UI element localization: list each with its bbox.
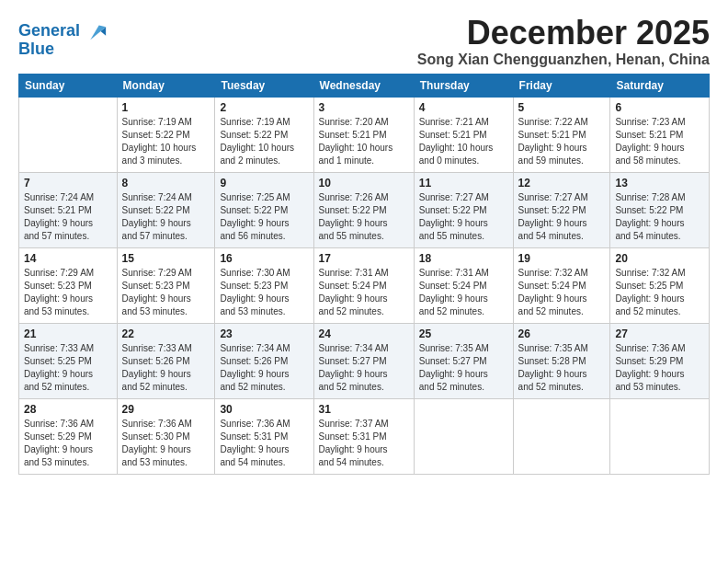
calendar-cell: 8Sunrise: 7:24 AMSunset: 5:22 PMDaylight… [117,172,215,247]
day-number: 1 [122,101,210,114]
calendar-cell: 19Sunrise: 7:32 AMSunset: 5:24 PMDayligh… [513,247,610,323]
day-number: 31 [319,403,409,416]
calendar-cell: 13Sunrise: 7:28 AMSunset: 5:22 PMDayligh… [610,172,710,247]
logo-icon [82,18,108,44]
calendar-cell [610,398,710,474]
day-info: Sunrise: 7:36 AMSunset: 5:29 PMDaylight:… [24,418,112,469]
calendar-cell: 2Sunrise: 7:19 AMSunset: 5:22 PMDaylight… [215,97,313,172]
day-number: 2 [220,101,308,114]
day-info: Sunrise: 7:27 AMSunset: 5:22 PMDaylight:… [419,191,508,243]
day-number: 23 [220,327,308,340]
calendar-cell [414,398,513,474]
day-number: 13 [615,177,704,190]
calendar-cell: 25Sunrise: 7:35 AMSunset: 5:27 PMDayligh… [414,323,513,398]
calendar-cell: 10Sunrise: 7:26 AMSunset: 5:22 PMDayligh… [313,172,414,247]
day-info: Sunrise: 7:19 AMSunset: 5:22 PMDaylight:… [220,116,308,167]
logo-text: General [18,22,80,40]
day-number: 16 [220,252,308,265]
day-number: 27 [615,327,704,340]
calendar-cell: 29Sunrise: 7:36 AMSunset: 5:30 PMDayligh… [117,398,215,474]
weekday-header-thursday: Thursday [414,74,513,97]
day-info: Sunrise: 7:28 AMSunset: 5:22 PMDaylight:… [615,191,704,243]
day-info: Sunrise: 7:35 AMSunset: 5:28 PMDaylight:… [518,342,606,394]
weekday-header-tuesday: Tuesday [215,74,313,97]
day-info: Sunrise: 7:19 AMSunset: 5:22 PMDaylight:… [122,116,210,167]
weekday-header-monday: Monday [117,74,215,97]
day-number: 30 [220,403,308,416]
day-info: Sunrise: 7:30 AMSunset: 5:23 PMDaylight:… [220,267,308,318]
day-info: Sunrise: 7:24 AMSunset: 5:21 PMDaylight:… [24,191,112,243]
day-info: Sunrise: 7:23 AMSunset: 5:21 PMDaylight:… [615,116,704,167]
day-info: Sunrise: 7:21 AMSunset: 5:21 PMDaylight:… [419,116,508,167]
day-number: 6 [615,101,704,114]
day-number: 18 [419,252,508,265]
weekday-header-saturday: Saturday [610,74,710,97]
calendar-cell: 31Sunrise: 7:37 AMSunset: 5:31 PMDayligh… [313,398,414,474]
day-info: Sunrise: 7:32 AMSunset: 5:24 PMDaylight:… [518,267,606,318]
day-number: 12 [518,177,606,190]
calendar-cell: 23Sunrise: 7:34 AMSunset: 5:26 PMDayligh… [215,323,313,398]
calendar-cell: 1Sunrise: 7:19 AMSunset: 5:22 PMDaylight… [117,97,215,172]
day-info: Sunrise: 7:32 AMSunset: 5:25 PMDaylight:… [615,267,704,318]
day-number: 26 [518,327,606,340]
day-number: 11 [419,177,508,190]
week-row-4: 21Sunrise: 7:33 AMSunset: 5:25 PMDayligh… [19,323,710,398]
week-row-1: 1Sunrise: 7:19 AMSunset: 5:22 PMDaylight… [19,97,710,172]
day-number: 25 [419,327,508,340]
day-info: Sunrise: 7:33 AMSunset: 5:25 PMDaylight:… [24,342,112,394]
calendar-cell: 20Sunrise: 7:32 AMSunset: 5:25 PMDayligh… [610,247,710,323]
day-number: 24 [319,327,409,340]
weekday-header-wednesday: Wednesday [313,74,414,97]
day-info: Sunrise: 7:22 AMSunset: 5:21 PMDaylight:… [518,116,606,167]
calendar-cell: 21Sunrise: 7:33 AMSunset: 5:25 PMDayligh… [19,323,118,398]
day-info: Sunrise: 7:31 AMSunset: 5:24 PMDaylight:… [419,267,508,318]
day-info: Sunrise: 7:33 AMSunset: 5:26 PMDaylight:… [122,342,210,394]
page-container: General Blue December 2025 Song Xian Che… [0,0,728,484]
day-number: 17 [319,252,409,265]
day-info: Sunrise: 7:29 AMSunset: 5:23 PMDaylight:… [122,267,210,318]
day-info: Sunrise: 7:36 AMSunset: 5:30 PMDaylight:… [122,418,210,469]
day-info: Sunrise: 7:37 AMSunset: 5:31 PMDaylight:… [319,418,409,469]
calendar-cell: 12Sunrise: 7:27 AMSunset: 5:22 PMDayligh… [513,172,610,247]
calendar-cell: 3Sunrise: 7:20 AMSunset: 5:21 PMDaylight… [313,97,414,172]
week-row-2: 7Sunrise: 7:24 AMSunset: 5:21 PMDaylight… [19,172,710,247]
calendar-cell: 9Sunrise: 7:25 AMSunset: 5:22 PMDaylight… [215,172,313,247]
calendar-cell: 11Sunrise: 7:27 AMSunset: 5:22 PMDayligh… [414,172,513,247]
day-number: 21 [24,327,112,340]
day-info: Sunrise: 7:36 AMSunset: 5:29 PMDaylight:… [615,342,704,394]
day-number: 29 [122,403,210,416]
day-number: 10 [319,177,409,190]
calendar-cell: 4Sunrise: 7:21 AMSunset: 5:21 PMDaylight… [414,97,513,172]
day-info: Sunrise: 7:35 AMSunset: 5:27 PMDaylight:… [419,342,508,394]
calendar-cell: 16Sunrise: 7:30 AMSunset: 5:23 PMDayligh… [215,247,313,323]
calendar-cell [513,398,610,474]
week-row-3: 14Sunrise: 7:29 AMSunset: 5:23 PMDayligh… [19,247,710,323]
calendar-cell: 15Sunrise: 7:29 AMSunset: 5:23 PMDayligh… [117,247,215,323]
day-number: 14 [24,252,112,265]
location-title: Song Xian Chengguanzhen, Henan, China [417,52,710,68]
calendar-cell: 6Sunrise: 7:23 AMSunset: 5:21 PMDaylight… [610,97,710,172]
calendar-cell: 7Sunrise: 7:24 AMSunset: 5:21 PMDaylight… [19,172,118,247]
calendar-table: SundayMondayTuesdayWednesdayThursdayFrid… [18,74,710,475]
calendar-cell: 22Sunrise: 7:33 AMSunset: 5:26 PMDayligh… [117,323,215,398]
day-number: 28 [24,403,112,416]
day-number: 4 [419,101,508,114]
day-number: 8 [122,177,210,190]
title-block: December 2025 Song Xian Chengguanzhen, H… [417,15,710,68]
day-number: 5 [518,101,606,114]
calendar-cell: 14Sunrise: 7:29 AMSunset: 5:23 PMDayligh… [19,247,118,323]
logo: General Blue [18,18,108,59]
day-info: Sunrise: 7:34 AMSunset: 5:27 PMDaylight:… [319,342,409,394]
weekday-header-row: SundayMondayTuesdayWednesdayThursdayFrid… [19,74,710,97]
day-number: 19 [518,252,606,265]
day-number: 15 [122,252,210,265]
day-info: Sunrise: 7:24 AMSunset: 5:22 PMDaylight:… [122,191,210,243]
day-info: Sunrise: 7:29 AMSunset: 5:23 PMDaylight:… [24,267,112,318]
day-number: 9 [220,177,308,190]
calendar-cell: 17Sunrise: 7:31 AMSunset: 5:24 PMDayligh… [313,247,414,323]
calendar-cell: 24Sunrise: 7:34 AMSunset: 5:27 PMDayligh… [313,323,414,398]
week-row-5: 28Sunrise: 7:36 AMSunset: 5:29 PMDayligh… [19,398,710,474]
calendar-cell: 28Sunrise: 7:36 AMSunset: 5:29 PMDayligh… [19,398,118,474]
day-info: Sunrise: 7:20 AMSunset: 5:21 PMDaylight:… [319,116,409,167]
day-info: Sunrise: 7:27 AMSunset: 5:22 PMDaylight:… [518,191,606,243]
